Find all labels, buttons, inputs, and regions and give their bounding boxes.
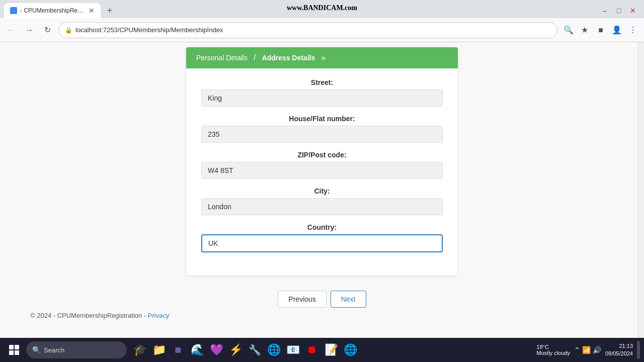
profile-button[interactable]: 👤 <box>610 23 624 37</box>
clock-date: 09/05/2024 <box>605 350 633 357</box>
menu-button[interactable]: ⋮ <box>626 23 640 37</box>
tab-favicon <box>10 7 17 14</box>
street-label: Street: <box>201 78 443 86</box>
page-content: Personal Details / Address Details » Str… <box>0 42 644 338</box>
taskbar-apps: 🎓 📁 ■ 🌊 💜 ⚡ 🔧 🌐 📧 ⏺ 📝 🌐 <box>131 341 359 359</box>
url-text: localhost:7253/CPUMembership/MembershipI… <box>75 26 223 34</box>
city-group: City: <box>201 187 443 215</box>
taskbar-app-tool1[interactable]: 🔧 <box>246 341 264 359</box>
bookmark-button[interactable]: ★ <box>578 23 592 37</box>
street-input[interactable] <box>201 89 443 107</box>
svg-rect-3 <box>15 350 19 355</box>
taskbar-clock[interactable]: 21:13 09/05/2024 <box>605 342 633 358</box>
country-input[interactable] <box>201 234 443 252</box>
wizard-header: Personal Details / Address Details » <box>186 47 458 68</box>
sound-icon[interactable]: 🔊 <box>593 346 601 354</box>
next-button[interactable]: Next <box>331 291 366 308</box>
footer-text: © 2024 - CPUMembershipRegistration - <box>30 312 148 319</box>
wizard-chevron-icon: » <box>321 53 326 62</box>
street-group: Street: <box>201 78 443 107</box>
taskbar-search-icon: 🔍 <box>32 346 41 354</box>
taskbar-app-filezilla[interactable]: ⚡ <box>226 341 245 359</box>
wizard-step-personal: Personal Details <box>196 54 248 62</box>
weather-desc: Mostly cloudy <box>536 350 570 356</box>
minimize-button[interactable]: – <box>598 4 612 18</box>
taskbar-app-vs[interactable]: 💜 <box>207 341 225 359</box>
system-tray: ⌃ 📶 🔊 <box>574 346 601 354</box>
sys-tray-icon1[interactable]: ⌃ <box>574 346 580 354</box>
refresh-button[interactable]: ↻ <box>40 23 54 37</box>
taskbar-app-chrome[interactable]: 🌐 <box>265 341 283 359</box>
country-label: Country: <box>201 223 443 231</box>
svg-rect-2 <box>9 350 14 355</box>
previous-button[interactable]: Previous <box>278 291 326 308</box>
city-label: City: <box>201 187 443 195</box>
new-tab-button[interactable]: + <box>103 4 117 18</box>
taskbar-app-notes[interactable]: 📝 <box>322 341 340 359</box>
taskbar-app-edge[interactable]: 🌊 <box>188 341 206 359</box>
forward-button[interactable]: → <box>22 23 36 37</box>
wizard-divider: / <box>254 53 256 62</box>
taskbar-app-explorer[interactable]: 📁 <box>150 341 168 359</box>
zoom-button[interactable]: 🔍 <box>561 23 576 37</box>
taskbar: 🔍 Search 🎓 📁 ■ 🌊 💜 ⚡ 🔧 🌐 📧 ⏺ 📝 🌐 18°C Mo… <box>0 338 644 362</box>
taskbar-app-student[interactable]: 🎓 <box>131 341 149 359</box>
form-body: Street: House/Flat number: ZIP/Post code… <box>186 68 458 276</box>
address-bar[interactable]: 🔒 localhost:7253/CPUMembership/Membershi… <box>58 22 557 38</box>
country-group: Country: <box>201 223 443 252</box>
taskbar-app-record[interactable]: ⏺ <box>303 341 321 359</box>
house-input[interactable] <box>201 126 443 143</box>
window-controls: – □ ✕ <box>598 4 640 18</box>
taskbar-app-mail[interactable]: 📧 <box>284 341 302 359</box>
taskbar-weather: 18°C Mostly cloudy <box>536 344 570 356</box>
weather-temp: 18°C <box>536 344 549 350</box>
svg-rect-1 <box>15 345 19 349</box>
wizard-step-address: Address Details <box>262 54 315 62</box>
page-footer: © 2024 - CPUMembershipRegistration - Pri… <box>0 308 644 319</box>
privacy-link[interactable]: Privacy <box>148 312 170 319</box>
network-icon[interactable]: 📶 <box>582 346 591 354</box>
taskbar-app-chrome2[interactable]: 🌐 <box>341 341 359 359</box>
taskbar-search[interactable]: 🔍 Search <box>26 341 127 358</box>
house-group: House/Flat number: <box>201 115 443 143</box>
close-button[interactable]: ✕ <box>626 4 640 18</box>
svg-rect-0 <box>9 345 14 349</box>
active-tab[interactable]: - CPUMembershipRegistration ✕ <box>4 3 101 18</box>
back-button[interactable]: ← <box>4 23 18 37</box>
show-desktop-button[interactable] <box>637 341 640 359</box>
maximize-button[interactable]: □ <box>612 4 626 18</box>
tab-title: - CPUMembershipRegistration <box>20 7 86 14</box>
nav-buttons: Previous Next <box>278 291 366 308</box>
bandicam-watermark: www.BANDICAM.com <box>287 4 357 12</box>
city-input[interactable] <box>201 198 443 215</box>
taskbar-app-teams[interactable]: ■ <box>169 341 187 359</box>
clock-time: 21:13 <box>605 342 633 350</box>
extension-button[interactable]: ■ <box>594 23 608 37</box>
windows-start-button[interactable] <box>4 340 24 360</box>
lock-icon: 🔒 <box>65 27 72 34</box>
tab-bar: - CPUMembershipRegistration ✕ + <box>4 3 117 18</box>
browser-header: ← → ↻ 🔒 localhost:7253/CPUMembership/Mem… <box>0 18 644 42</box>
tab-close-icon[interactable]: ✕ <box>89 7 95 15</box>
form-card: Personal Details / Address Details » Str… <box>186 47 458 276</box>
taskbar-right: 18°C Mostly cloudy ⌃ 📶 🔊 21:13 09/05/202… <box>536 341 640 359</box>
taskbar-search-text: Search <box>44 346 64 354</box>
house-label: House/Flat number: <box>201 115 443 123</box>
zip-input[interactable] <box>201 162 443 179</box>
browser-actions: 🔍 ★ ■ 👤 ⋮ <box>561 23 640 37</box>
scrollbar[interactable] <box>638 42 644 338</box>
zip-group: ZIP/Post code: <box>201 151 443 179</box>
zip-label: ZIP/Post code: <box>201 151 443 159</box>
